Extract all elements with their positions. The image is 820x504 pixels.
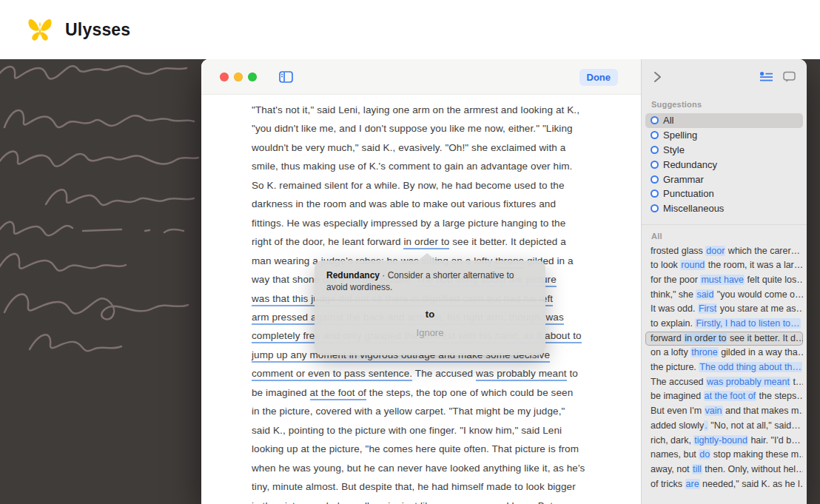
editor-pane[interactable]: Done "That's not it," said Leni, laying … [201, 59, 641, 504]
suggestion-excerpt-row[interactable]: to explain. Firstly, I had to listen to… [645, 317, 803, 332]
text-segment: "No, not at all," said… [708, 420, 801, 431]
filter-item-redundancy[interactable]: Redundancy [645, 157, 803, 172]
filter-item-style[interactable]: Style [645, 143, 803, 158]
text-segment: forward [651, 333, 684, 343]
text-segment: for the poor [651, 275, 700, 285]
editor-line: looking up at the picture, "he comes her… [252, 440, 641, 458]
editor-line: comment or even to pass sentence. The ac… [252, 364, 641, 383]
editor-line: tiny, minute almost. But despite that, h… [252, 477, 641, 496]
section-divider [642, 224, 807, 225]
filter-item-spelling[interactable]: Spelling [645, 128, 803, 143]
excerpt-highlight: First [698, 303, 717, 314]
excerpt-highlight: throne [690, 347, 718, 357]
text-segment: So K. remained silent for a while. By no… [252, 180, 565, 191]
editor-line: said K., pointing to the picture with on… [252, 421, 641, 440]
underlined-suggestion-text[interactable]: comment or even to pass sentence. [252, 368, 412, 381]
editor-line: right of the door, he leant forward in o… [252, 232, 641, 251]
collapse-sidebar-chevron-icon[interactable] [651, 70, 663, 84]
done-button[interactable]: Done [579, 69, 619, 86]
minimize-window-button[interactable] [234, 73, 243, 81]
suggestion-excerpt-row[interactable]: added slowly. "No, not at all," said… [645, 419, 803, 434]
text-segment: of tricks [651, 479, 685, 489]
suggestion-excerpt-row[interactable]: to look round the room, it was a lar… [645, 258, 803, 273]
text-segment: "you would come o… [714, 289, 803, 300]
text-segment: "That's not it," said Leni, laying one a… [252, 104, 579, 115]
filter-label: Grammar [663, 174, 704, 185]
filter-circle-icon [651, 189, 659, 198]
suggestion-excerpt-row[interactable]: for the poor must have felt quite los… [645, 273, 803, 288]
editor-line: "you didn't like me, and I don't suppose… [252, 119, 641, 138]
text-segment: t… [790, 377, 803, 387]
text-segment: looking up at the picture, "he comes her… [252, 443, 579, 454]
text-segment: you stare at me as… [717, 303, 803, 314]
text-segment: frosted glass [651, 246, 705, 256]
underlined-suggestion-text[interactable]: was probably meant [476, 368, 567, 381]
revision-mode-icon[interactable] [759, 71, 773, 83]
window-titlebar: Done [201, 59, 641, 95]
filter-item-miscellaneous[interactable]: Miscellaneous [645, 201, 803, 216]
suggestion-excerpt-row[interactable]: But even I'm vain and that makes m… [645, 404, 803, 419]
comments-icon[interactable] [783, 71, 796, 83]
suggestion-excerpt-row[interactable]: of tricks are needed," said K. as he l… [645, 477, 803, 492]
popover-ignore-button[interactable]: Ignore [315, 327, 545, 338]
excerpt-highlight: do [699, 449, 710, 460]
filter-circle-icon [651, 131, 659, 139]
text-segment: in the picture as he's madly vain, just … [252, 500, 578, 504]
suggestion-excerpt-row[interactable]: forward in order to see it better. It d… [645, 332, 803, 346]
text-segment: said K., pointing to the picture with on… [252, 425, 562, 436]
text-segment: be imagined [651, 391, 704, 401]
toggle-sidebar-icon[interactable] [279, 71, 293, 83]
text-segment: and that makes m… [723, 406, 804, 416]
excerpt-highlight: The odd thing about th… [699, 362, 802, 372]
filter-label: All [663, 115, 673, 126]
text-segment: rich, dark, [651, 435, 693, 446]
text-segment: The accused [412, 368, 476, 379]
suggestion-excerpt-row[interactable]: be imagined at the foot of the steps… [645, 389, 803, 404]
text-segment: the steps… [756, 391, 803, 401]
popover-header: Redundancy · Consider a shorter alternat… [315, 261, 545, 300]
close-window-button[interactable] [220, 73, 229, 81]
suggestion-excerpt-row[interactable]: on a lofty throne gilded in a way tha… [645, 346, 803, 360]
excerpt-highlight: was probably meant [706, 377, 790, 387]
text-segment: stop making these m… [710, 449, 803, 460]
editor-line: So K. remained silent for a while. By no… [252, 176, 641, 195]
popover-replacement-option[interactable]: to [315, 309, 545, 320]
ulysses-window: Done "That's not it," said Leni, laying … [201, 59, 807, 504]
underlined-suggestion-text[interactable]: in order to [403, 236, 449, 249]
filter-item-all[interactable]: All [645, 113, 803, 128]
text-segment: the steps, the top one of which could be… [366, 387, 573, 398]
text-segment: to [567, 368, 578, 379]
editor-line: in the picture as he's madly vain, just … [252, 497, 641, 504]
suggestion-excerpt-row[interactable]: The accused was probably meant t… [645, 375, 803, 390]
text-segment: to look [651, 260, 680, 270]
suggestion-excerpt-row[interactable]: rich, dark, tightly-bound hair. "I'd b… [645, 434, 803, 448]
excerpt-highlight: till [692, 464, 702, 474]
filter-label: Spelling [663, 130, 697, 141]
app-title: Ulysses [65, 20, 130, 40]
text-segment: tiny, minute almost. But despite that, h… [252, 481, 576, 492]
underlined-suggestion-text[interactable]: at the foot of [310, 387, 366, 400]
text-segment: the room, it was a lar… [705, 260, 803, 270]
suggestion-excerpt-row[interactable]: frosted glass door which the carer… [645, 244, 803, 259]
filter-item-grammar[interactable]: Grammar [645, 172, 803, 187]
editor-line: be imagined at the foot of the steps, th… [252, 383, 641, 402]
text-segment: in the picture, covered with a yellow ca… [252, 406, 565, 417]
suggestion-excerpt-row[interactable]: It was odd. First you stare at me as… [645, 302, 803, 317]
filter-circle-icon [651, 161, 659, 169]
filter-item-punctuation[interactable]: Punctuation [645, 187, 803, 201]
editor-line: "That's not it," said Leni, laying one a… [252, 101, 641, 119]
filter-circle-icon [651, 175, 659, 184]
popover-category: Redundancy [326, 270, 380, 280]
suggestion-excerpt-row[interactable]: think," she said "you would come o… [645, 288, 803, 303]
suggestion-excerpt-row[interactable]: names, but do stop making these m… [645, 448, 803, 463]
excerpt-highlight: at the foot of [704, 391, 757, 401]
suggestion-excerpt-list: frosted glass door which the carer…to lo… [642, 244, 807, 492]
text-segment: felt quite los… [745, 275, 803, 285]
excerpt-highlight: Firstly, I had to listen to… [695, 318, 800, 329]
text-segment: smile, thus making use of K.'s comment t… [252, 161, 572, 172]
zoom-window-button[interactable] [248, 73, 257, 81]
sidebar-toolbar [642, 59, 807, 95]
suggestion-excerpt-row[interactable]: away, not till then. Only, without hel… [645, 463, 803, 477]
editor-line: when he was young, but he can never have… [252, 459, 641, 477]
suggestion-excerpt-row[interactable]: the picture. The odd thing about th… [645, 360, 803, 375]
